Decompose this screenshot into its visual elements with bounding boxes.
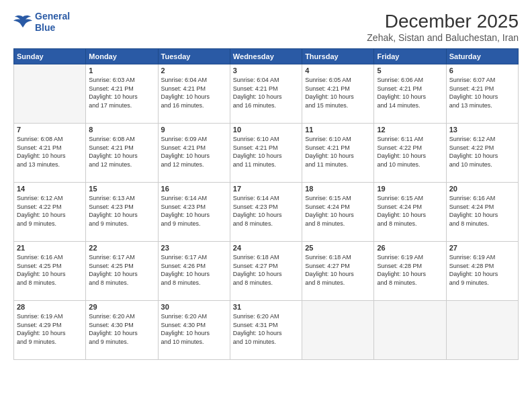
calendar: SundayMondayTuesdayWednesdayThursdayFrid…: [13, 48, 519, 360]
calendar-cell: 11Sunrise: 6:10 AMSunset: 4:21 PMDayligh…: [302, 124, 374, 183]
day-info: Sunrise: 6:10 AMSunset: 4:21 PMDaylight:…: [233, 135, 299, 169]
calendar-cell: 17Sunrise: 6:14 AMSunset: 4:23 PMDayligh…: [230, 183, 302, 242]
day-info: Sunrise: 6:11 AMSunset: 4:22 PMDaylight:…: [377, 135, 443, 169]
day-number: 1: [89, 66, 154, 75]
day-number: 3: [233, 66, 299, 75]
calendar-header-monday: Monday: [86, 49, 158, 64]
day-info: Sunrise: 6:10 AMSunset: 4:21 PMDaylight:…: [305, 135, 371, 169]
day-info: Sunrise: 6:08 AMSunset: 4:21 PMDaylight:…: [17, 135, 83, 169]
day-info: Sunrise: 6:05 AMSunset: 4:21 PMDaylight:…: [305, 76, 371, 109]
calendar-cell: 19Sunrise: 6:15 AMSunset: 4:24 PMDayligh…: [374, 183, 446, 242]
calendar-cell: 21Sunrise: 6:16 AMSunset: 4:25 PMDayligh…: [14, 242, 86, 301]
day-number: 2: [161, 66, 227, 75]
day-info: Sunrise: 6:03 AMSunset: 4:21 PMDaylight:…: [89, 76, 154, 109]
calendar-cell: 20Sunrise: 6:16 AMSunset: 4:24 PMDayligh…: [446, 183, 518, 242]
day-number: 10: [233, 126, 299, 134]
day-info: Sunrise: 6:17 AMSunset: 4:26 PMDaylight:…: [161, 253, 227, 287]
day-number: 30: [161, 303, 227, 311]
day-number: 4: [305, 66, 371, 75]
day-info: Sunrise: 6:19 AMSunset: 4:28 PMDaylight:…: [449, 253, 515, 287]
calendar-cell: 25Sunrise: 6:18 AMSunset: 4:27 PMDayligh…: [302, 242, 374, 301]
day-number: 22: [89, 244, 154, 252]
day-info: Sunrise: 6:20 AMSunset: 4:31 PMDaylight:…: [233, 312, 299, 346]
calendar-cell: 8Sunrise: 6:08 AMSunset: 4:21 PMDaylight…: [86, 124, 158, 183]
day-number: 23: [161, 244, 227, 252]
calendar-cell: 29Sunrise: 6:20 AMSunset: 4:30 PMDayligh…: [86, 301, 158, 360]
calendar-cell: 28Sunrise: 6:19 AMSunset: 4:29 PMDayligh…: [14, 301, 86, 360]
calendar-cell: 5Sunrise: 6:06 AMSunset: 4:21 PMDaylight…: [374, 64, 446, 124]
header: General Blue December 2025 Zehak, Sistan…: [13, 11, 519, 43]
day-info: Sunrise: 6:14 AMSunset: 4:23 PMDaylight:…: [161, 194, 227, 228]
calendar-week-3: 14Sunrise: 6:12 AMSunset: 4:22 PMDayligh…: [14, 183, 519, 242]
title-block: December 2025 Zehak, Sistan and Baluches…: [367, 11, 519, 43]
calendar-cell: 24Sunrise: 6:18 AMSunset: 4:27 PMDayligh…: [230, 242, 302, 301]
calendar-cell: 30Sunrise: 6:20 AMSunset: 4:30 PMDayligh…: [158, 301, 230, 360]
calendar-cell: 4Sunrise: 6:05 AMSunset: 4:21 PMDaylight…: [302, 64, 374, 124]
day-number: 14: [17, 185, 83, 193]
calendar-cell: 23Sunrise: 6:17 AMSunset: 4:26 PMDayligh…: [158, 242, 230, 301]
calendar-cell: 15Sunrise: 6:13 AMSunset: 4:23 PMDayligh…: [86, 183, 158, 242]
day-number: 17: [233, 185, 299, 193]
calendar-cell: 18Sunrise: 6:15 AMSunset: 4:24 PMDayligh…: [302, 183, 374, 242]
calendar-cell: 26Sunrise: 6:19 AMSunset: 4:28 PMDayligh…: [374, 242, 446, 301]
calendar-header-sunday: Sunday: [14, 49, 86, 64]
calendar-header-row: SundayMondayTuesdayWednesdayThursdayFrid…: [14, 49, 519, 64]
day-number: 31: [233, 303, 299, 311]
calendar-header-thursday: Thursday: [302, 49, 374, 64]
day-info: Sunrise: 6:09 AMSunset: 4:21 PMDaylight:…: [161, 135, 227, 169]
day-info: Sunrise: 6:14 AMSunset: 4:23 PMDaylight:…: [233, 194, 299, 228]
calendar-cell: [14, 64, 86, 124]
logo-icon: [13, 14, 32, 30]
calendar-cell: 6Sunrise: 6:07 AMSunset: 4:21 PMDaylight…: [446, 64, 518, 124]
calendar-header-wednesday: Wednesday: [230, 49, 302, 64]
day-number: 19: [377, 185, 443, 193]
calendar-cell: 12Sunrise: 6:11 AMSunset: 4:22 PMDayligh…: [374, 124, 446, 183]
calendar-cell: 1Sunrise: 6:03 AMSunset: 4:21 PMDaylight…: [86, 64, 158, 124]
calendar-week-5: 28Sunrise: 6:19 AMSunset: 4:29 PMDayligh…: [14, 301, 519, 360]
day-number: 18: [305, 185, 371, 193]
day-number: 28: [17, 303, 83, 311]
logo-line1: General: [35, 11, 70, 21]
day-info: Sunrise: 6:17 AMSunset: 4:25 PMDaylight:…: [89, 253, 154, 287]
calendar-header-friday: Friday: [374, 49, 446, 64]
day-info: Sunrise: 6:12 AMSunset: 4:22 PMDaylight:…: [449, 135, 515, 169]
calendar-cell: 10Sunrise: 6:10 AMSunset: 4:21 PMDayligh…: [230, 124, 302, 183]
day-number: 16: [161, 185, 227, 193]
logo: General Blue: [13, 11, 70, 34]
calendar-cell: [374, 301, 446, 360]
location-subtitle: Zehak, Sistan and Baluchestan, Iran: [367, 32, 519, 43]
day-number: 25: [305, 244, 371, 252]
day-number: 5: [377, 66, 443, 75]
day-number: 8: [89, 126, 154, 134]
day-number: 6: [449, 66, 515, 75]
day-info: Sunrise: 6:18 AMSunset: 4:27 PMDaylight:…: [305, 253, 371, 287]
day-info: Sunrise: 6:19 AMSunset: 4:28 PMDaylight:…: [377, 253, 443, 287]
day-number: 26: [377, 244, 443, 252]
day-number: 21: [17, 244, 83, 252]
calendar-cell: 14Sunrise: 6:12 AMSunset: 4:22 PMDayligh…: [14, 183, 86, 242]
day-info: Sunrise: 6:06 AMSunset: 4:21 PMDaylight:…: [377, 76, 443, 109]
day-info: Sunrise: 6:12 AMSunset: 4:22 PMDaylight:…: [17, 194, 83, 228]
day-number: 20: [449, 185, 515, 193]
day-number: 9: [161, 126, 227, 134]
day-number: 13: [449, 126, 515, 134]
calendar-header-saturday: Saturday: [446, 49, 518, 64]
calendar-cell: 3Sunrise: 6:04 AMSunset: 4:21 PMDaylight…: [230, 64, 302, 124]
day-info: Sunrise: 6:18 AMSunset: 4:27 PMDaylight:…: [233, 253, 299, 287]
page: General Blue December 2025 Zehak, Sistan…: [0, 0, 532, 411]
day-info: Sunrise: 6:15 AMSunset: 4:24 PMDaylight:…: [377, 194, 443, 228]
day-info: Sunrise: 6:16 AMSunset: 4:24 PMDaylight:…: [449, 194, 515, 228]
month-title: December 2025: [367, 11, 519, 32]
day-info: Sunrise: 6:16 AMSunset: 4:25 PMDaylight:…: [17, 253, 83, 287]
calendar-cell: 7Sunrise: 6:08 AMSunset: 4:21 PMDaylight…: [14, 124, 86, 183]
calendar-cell: [302, 301, 374, 360]
day-info: Sunrise: 6:19 AMSunset: 4:29 PMDaylight:…: [17, 312, 83, 346]
day-number: 27: [449, 244, 515, 252]
day-number: 12: [377, 126, 443, 134]
day-info: Sunrise: 6:20 AMSunset: 4:30 PMDaylight:…: [161, 312, 227, 346]
day-number: 11: [305, 126, 371, 134]
day-number: 7: [17, 126, 83, 134]
calendar-cell: [446, 301, 518, 360]
calendar-cell: 22Sunrise: 6:17 AMSunset: 4:25 PMDayligh…: [86, 242, 158, 301]
calendar-week-4: 21Sunrise: 6:16 AMSunset: 4:25 PMDayligh…: [14, 242, 519, 301]
